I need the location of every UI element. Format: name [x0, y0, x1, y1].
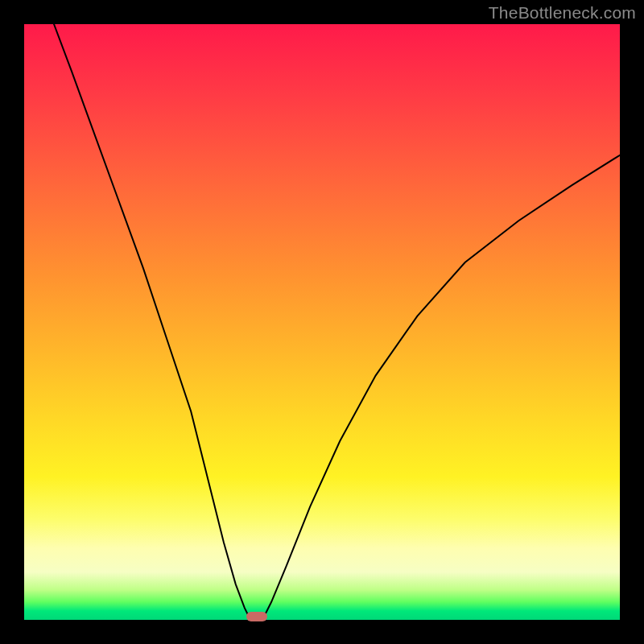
- curve-layer: [24, 24, 620, 620]
- chart-frame: TheBottleneck.com: [0, 0, 644, 644]
- watermark-text: TheBottleneck.com: [489, 3, 636, 23]
- curve-right: [262, 155, 620, 620]
- plot-area: [24, 24, 620, 620]
- curve-left: [54, 24, 250, 620]
- min-marker: [246, 612, 267, 621]
